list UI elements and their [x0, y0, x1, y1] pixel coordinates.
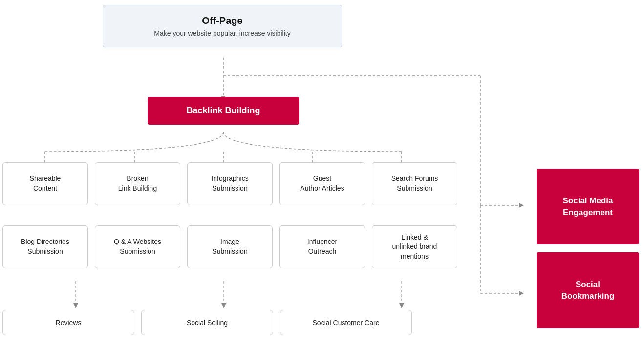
- card-shareable-content: ShareableContent: [2, 162, 88, 205]
- top-box: Off-Page Make your website popular, incr…: [103, 5, 342, 47]
- page-wrapper: Off-Page Make your website popular, incr…: [0, 0, 644, 353]
- card-linked-brand: Linked &unlinked brandmentions: [372, 225, 457, 268]
- card-blog-directories: Blog DirectoriesSubmission: [2, 225, 88, 268]
- svg-marker-13: [519, 291, 524, 296]
- box-social-customer-care: Social Customer Care: [280, 310, 412, 335]
- box-social-bookmarking: SocialBookmarking: [537, 252, 639, 328]
- card-image-submission: ImageSubmission: [187, 225, 273, 268]
- top-box-subtitle: Make your website popular, increase visi…: [118, 29, 327, 37]
- row2-cards: Blog DirectoriesSubmission Q & A Website…: [2, 225, 457, 268]
- card-broken-link: BrokenLink Building: [95, 162, 180, 205]
- bottom-boxes: Reviews Social Selling Social Customer C…: [2, 310, 412, 335]
- svg-marker-15: [73, 303, 78, 308]
- card-guest-author: GuestAuthor Articles: [279, 162, 365, 205]
- card-search-forums: Search ForumsSubmission: [372, 162, 457, 205]
- card-influencer-outreach: InfluencerOutreach: [279, 225, 365, 268]
- row1-cards: ShareableContent BrokenLink Building Inf…: [2, 162, 457, 205]
- card-qa-websites: Q & A WebsitesSubmission: [95, 225, 180, 268]
- right-panel: Social MediaEngagement SocialBookmarking: [537, 169, 639, 328]
- svg-marker-5: [519, 203, 524, 208]
- svg-marker-19: [399, 303, 404, 308]
- box-reviews: Reviews: [2, 310, 134, 335]
- backlink-building-btn[interactable]: Backlink Building: [148, 97, 299, 125]
- card-infographics: InfographicsSubmission: [187, 162, 273, 205]
- svg-marker-17: [221, 303, 226, 308]
- top-box-title: Off-Page: [118, 15, 327, 26]
- box-social-media-engagement: Social MediaEngagement: [537, 169, 639, 244]
- box-social-selling: Social Selling: [141, 310, 273, 335]
